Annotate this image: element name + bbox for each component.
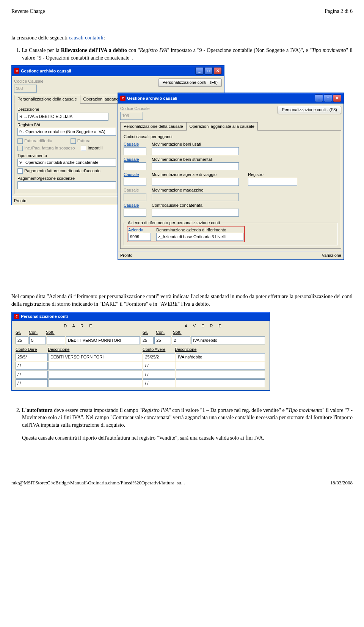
input-causale-1[interactable] <box>124 147 146 155</box>
window-title-3: Personalizzazione conti <box>21 314 68 319</box>
input-registro[interactable] <box>248 178 297 186</box>
label-descrizione-avere: Descrizione <box>175 347 196 352</box>
tab-personalizzazione-1[interactable]: Personalizzazione della causale <box>14 95 80 104</box>
footer-path: mk:@MSITStore:C:\eBridge\Manuali\Ordinar… <box>11 479 185 486</box>
cell-sott2[interactable]: 2 <box>172 336 190 344</box>
link-causale-3[interactable]: Causale <box>124 172 150 178</box>
tab-operazioni-2[interactable]: Operazioni agganciate alla causale <box>186 122 258 131</box>
table-row: / / / / <box>16 379 266 387</box>
link-causale-4: Causale <box>124 187 150 193</box>
input-denominazione-azienda[interactable]: z_Azienda di base Ordinaria 3 Livelli <box>156 233 243 241</box>
maximize-button[interactable]: □ <box>324 94 332 102</box>
close-button[interactable]: ✕ <box>333 94 341 102</box>
status-2-left: Pronto <box>120 253 132 258</box>
checkbox-inc-pag <box>17 146 23 151</box>
app-icon: e <box>120 96 126 101</box>
checkbox-fattura <box>71 138 76 144</box>
label-descrizione-dare: Descrizione <box>48 347 143 352</box>
table-row: 25/5/ DEBITI VERSO FORNITORI 25/25/2 IVA… <box>16 353 266 361</box>
intro-text: la creazione delle seguenti causali cont… <box>11 34 353 42</box>
fieldset-azienda-riferimento: Azienda di riferimento per personalizzaz… <box>126 220 221 226</box>
label-codici-agganci: Codici causali per agganci <box>124 134 338 140</box>
cell-con1[interactable]: 5 <box>29 336 46 344</box>
cell-con2[interactable]: 25 <box>154 336 171 344</box>
middle-paragraph: Nel campo ditta "Azienda di riferimento … <box>11 293 353 308</box>
input-descrizione[interactable]: RIL. IVA a DEBITO EDILIZIA <box>17 113 108 121</box>
window-personalizzazione-conti: e Personalizzazione conti D A R E A V E … <box>11 312 270 391</box>
cell-desc-avere[interactable]: IVA ns/debito <box>176 353 265 361</box>
label-conto-dare: Conto Dare <box>16 347 48 352</box>
cell-gr2[interactable]: 25 <box>141 336 154 344</box>
header-dare: D A R E <box>16 323 143 329</box>
input-causale-2[interactable] <box>124 162 146 170</box>
app-icon: e <box>14 314 19 319</box>
footer-date: 18/03/2008 <box>330 479 353 486</box>
paragraph-2: 2. L'autofattura deve essere creata impo… <box>11 407 353 429</box>
window-title-1: Gestione archivio causali <box>21 68 71 74</box>
input-causale-5[interactable] <box>124 209 146 217</box>
input-pagamento-scadenze[interactable] <box>17 181 116 189</box>
cell-conto-dare[interactable]: 25/5/ <box>16 353 48 361</box>
input-controcausale[interactable] <box>152 209 239 217</box>
paragraph-3: Questa causale consentirà il riporto del… <box>11 434 353 442</box>
close-button[interactable]: ✕ <box>213 67 222 75</box>
link-causali[interactable]: causali contabili <box>69 35 104 41</box>
minimize-button[interactable]: _ <box>195 67 204 75</box>
tab-personalizzazione-2[interactable]: Personalizzazione della causale <box>120 122 187 130</box>
table-row: / / / / <box>16 362 266 370</box>
input-causale-3[interactable] <box>124 178 146 186</box>
maximize-button[interactable]: □ <box>204 67 213 75</box>
cell-desc2[interactable]: IVA ns/debito <box>191 336 265 344</box>
label-conto-avere: Conto Avere <box>143 347 175 352</box>
button-pers-conti-2[interactable]: Personalizzazione conti - (F8) <box>278 106 341 114</box>
input-tipo-movimento[interactable]: 9 - Operazioni contabili anche concatena… <box>17 159 116 167</box>
cell-gr1[interactable]: 25 <box>16 336 28 344</box>
table-row: 25 5 DEBITI VERSO FORNITORI 25 25 2 IVA … <box>16 336 266 344</box>
window-gestione-causali-2: e Gestione archivio causali _ □ ✕ Codice… <box>118 93 344 260</box>
titlebar-2[interactable]: e Gestione archivio causali _ □ ✕ <box>118 93 344 104</box>
cell-desc1[interactable]: DEBITI VERSO FORNITORI <box>66 336 140 344</box>
cell-conto-avere[interactable]: 25/25/2 <box>143 353 175 361</box>
table-row: / / / / <box>16 371 266 379</box>
minimize-button[interactable]: _ <box>315 94 323 102</box>
checkbox-fattura-differita <box>17 138 23 144</box>
input-mov-beni-usati[interactable] <box>152 147 239 155</box>
input-registro-iva[interactable]: 9 - Operazione contabile (Non Soggette a… <box>17 128 116 136</box>
input-azienda[interactable]: 9999 <box>128 233 151 241</box>
titlebar-1[interactable]: e Gestione archivio causali _ □ ✕ <box>12 66 224 76</box>
cell-desc-dare[interactable]: DEBITI VERSO FORNITORI <box>49 353 143 361</box>
button-pers-conti-1[interactable]: Personalizzazione conti - (F8) <box>158 79 222 86</box>
label-codice-2: Codice Causale <box>120 106 150 112</box>
status-2-right: Variazione <box>322 253 341 258</box>
header-right: Pagina 2 di 6 <box>325 8 353 15</box>
label-codice-1: Codice Causale <box>14 79 44 84</box>
input-causale-4 <box>124 193 146 201</box>
header-avere: A V E R E <box>143 323 266 329</box>
link-azienda[interactable]: Azienda <box>128 227 155 233</box>
input-mov-beni-strumentali[interactable] <box>152 162 239 170</box>
paragraph-1: 1. La Causale per la Rilevazione dell'IV… <box>11 47 353 61</box>
link-causale-2[interactable]: Causale <box>124 157 150 162</box>
input-codice-1: 103 <box>14 85 37 93</box>
header-left: Reverse Charge <box>11 8 45 15</box>
link-causale-1[interactable]: Causale <box>124 141 150 147</box>
titlebar-3[interactable]: e Personalizzazione conti <box>12 312 270 321</box>
input-codice-2: 103 <box>120 112 143 120</box>
window-title-2: Gestione archivio causali <box>127 96 177 101</box>
input-mov-agenzie[interactable] <box>152 178 239 186</box>
app-icon: e <box>14 68 19 74</box>
checkbox-pagamento-ritenuta[interactable] <box>17 168 23 174</box>
status-1: Pronto <box>14 198 26 204</box>
input-mov-magazzino <box>152 193 239 201</box>
link-causale-5[interactable]: Causale <box>124 203 150 208</box>
cell-sott1[interactable] <box>47 336 65 344</box>
checkbox-importi[interactable] <box>81 146 86 151</box>
